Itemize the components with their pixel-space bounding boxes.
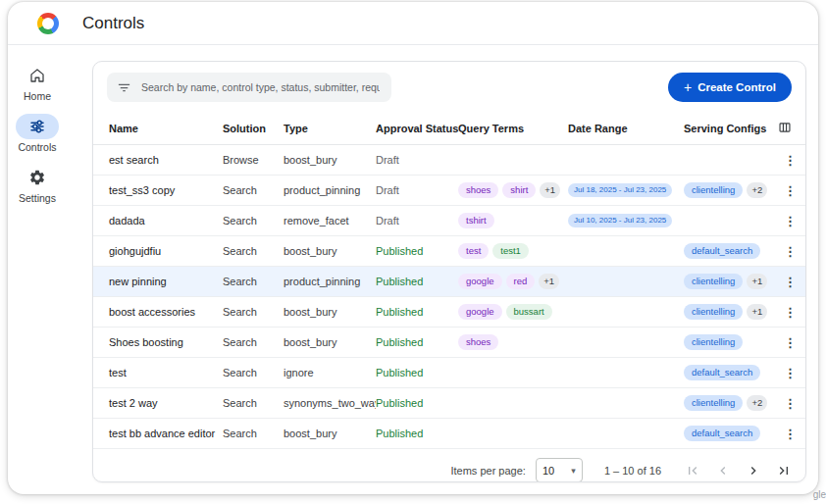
cell-date-range [568,358,684,388]
sidebar-item-home[interactable]: Home [16,63,59,102]
gear-icon [16,165,59,190]
cell-date-range [568,297,684,328]
query-term-chip: test [458,243,489,259]
cell-date-range [568,267,684,297]
row-menu-button[interactable]: ⋮ [778,425,802,443]
top-header: Controls [8,2,818,45]
cell-name: test 2 way [93,388,223,419]
cell-actions: ⋮ [778,358,805,388]
tune-sliders-icon [16,114,59,139]
last-page-button[interactable] [776,463,792,479]
row-menu-button[interactable]: ⋮ [778,212,802,230]
prev-page-button[interactable] [715,463,731,479]
query-term-chip: shoes [458,334,498,350]
cell-name: est search [93,145,223,176]
row-menu-button[interactable]: ⋮ [778,151,802,170]
table-row[interactable]: dadadaSearchremove_facetDrafttshirtJul 1… [93,206,805,236]
cell-type: boost_bury [284,297,376,328]
sidebar-item-controls[interactable]: Controls [16,114,59,153]
table-row[interactable]: test_ss3 copySearchproduct_pinningDrafts… [93,176,805,206]
cell-approval-status: Published [376,297,458,328]
cell-name: boost accessories [93,297,223,328]
cell-serving-configs [684,206,778,236]
serving-config-chip: clientelling [684,182,743,198]
cell-name: giohgujdfiu [93,236,223,267]
table-row[interactable]: Shoes boostingSearchboost_buryPublisheds… [93,328,805,358]
sidebar-item-label: Home [24,90,51,102]
main-content: + Create Control Name Solution Type [67,45,818,493]
cell-date-range: Jul 18, 2025 - Jul 23, 2025 [568,176,684,206]
sidebar-item-settings[interactable]: Settings [16,165,59,204]
cell-solution: Search [223,388,284,419]
column-picker-icon[interactable] [778,121,792,134]
column-header-query-terms: Query Terms [458,113,568,145]
search-box[interactable] [107,73,391,102]
cell-actions: ⋮ [778,145,805,176]
table-row[interactable]: boost accessoriesSearchboost_buryPublish… [93,297,805,328]
home-icon [16,63,59,88]
serving-config-chip: clientelling [684,274,743,289]
cell-name: dadada [93,206,223,236]
serving-config-chip: default_search [684,243,760,259]
cell-name: new pinning [93,267,223,297]
cell-query-terms: googlebussart [458,297,568,328]
table-row[interactable]: testSearchignorePublisheddefault_search⋮ [93,358,805,388]
column-header-serving-configs: Serving Configs [684,113,778,145]
cell-serving-configs: clientelling+1 [684,297,778,328]
cell-actions: ⋮ [778,388,805,419]
chevron-down-icon: ▾ [571,466,576,476]
cell-date-range [568,145,684,176]
table-row[interactable]: new pinningSearchproduct_pinningPublishe… [93,267,805,297]
create-control-label: Create Control [697,81,776,93]
query-term-chip: red [506,274,536,289]
cell-approval-status: Published [376,419,458,449]
cell-query-terms [458,388,568,419]
table-footer: Items per page: 10 ▾ 1 – 10 of 16 [93,449,805,482]
cell-date-range: Jul 10, 2025 - Jul 23, 2025 [568,206,684,236]
items-per-page-label: Items per page: [450,465,525,477]
pagination-controls [685,463,792,479]
cell-approval-status: Published [376,236,458,267]
row-menu-button[interactable]: ⋮ [778,181,802,200]
cell-name: test bb advance editor [93,419,223,449]
cell-actions: ⋮ [778,297,805,328]
serving-config-chip: +2 [747,182,767,198]
row-menu-button[interactable]: ⋮ [778,273,802,291]
row-menu-button[interactable]: ⋮ [778,303,802,322]
items-per-page-select[interactable]: 10 ▾ [536,458,583,482]
serving-config-chip: +1 [747,304,767,320]
table-row[interactable]: test 2 waySearchsynonyms_two_wayPublishe… [93,388,805,419]
cell-type: boost_bury [284,328,376,358]
row-menu-button[interactable]: ⋮ [778,242,802,261]
cell-type: remove_facet [284,206,376,236]
cell-solution: Search [223,419,284,449]
next-page-button[interactable] [746,463,761,479]
cell-type: product_pinning [284,176,376,206]
row-menu-button[interactable]: ⋮ [778,333,802,352]
create-control-button[interactable]: + Create Control [668,73,792,102]
cell-solution: Search [223,236,284,267]
sidebar-item-label: Settings [19,192,56,204]
table-row[interactable]: giohgujdfiuSearchboost_buryPublishedtest… [93,236,805,267]
row-menu-button[interactable]: ⋮ [778,394,802,413]
cell-query-terms: shoes [458,328,568,358]
table-row[interactable]: est searchBrowseboost_buryDraft⋮ [93,145,805,176]
table-header-row: Name Solution Type Approval Status Query… [93,113,805,145]
first-page-button[interactable] [685,463,700,479]
cell-query-terms: shoesshirt+1 [458,176,568,206]
cell-serving-configs: default_search [684,419,778,449]
cell-serving-configs: clientelling+2 [684,388,778,419]
cell-solution: Search [223,328,284,358]
search-input[interactable] [139,80,382,94]
cell-serving-configs: clientelling [684,328,778,358]
cell-query-terms: testtest1 [458,236,568,267]
sidebar-item-label: Controls [18,141,56,153]
column-header-solution: Solution [223,113,284,145]
sidebar: Home Controls [8,45,67,493]
cell-query-terms [458,419,568,449]
table-row[interactable]: test bb advance editorSearchboost_buryPu… [93,419,805,449]
query-term-chip: +1 [540,182,560,198]
row-menu-button[interactable]: ⋮ [778,364,802,382]
cell-approval-status: Published [376,388,458,419]
cell-solution: Search [223,206,284,236]
